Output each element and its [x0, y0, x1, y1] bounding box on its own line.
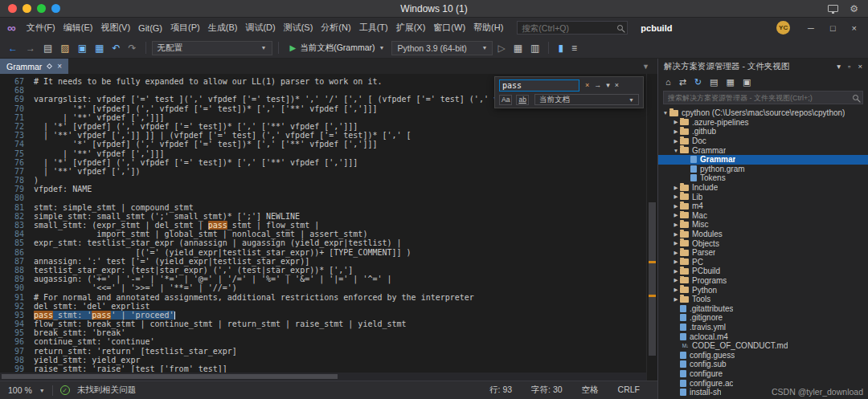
code-line[interactable]: 80	[0, 193, 646, 202]
code-line[interactable]: 88testlist_star_expr: (test|star_expr) (…	[0, 266, 646, 275]
horizontal-scrollbar[interactable]	[0, 373, 646, 381]
new-file-icon[interactable]: ▤	[40, 42, 55, 55]
close-button[interactable]: ×	[845, 22, 863, 34]
menu-item[interactable]: 分析(N)	[317, 19, 354, 36]
panel-search-input[interactable]	[668, 94, 850, 102]
cursor-line[interactable]: 行: 93	[489, 385, 512, 396]
code-line[interactable]: 72 | '*' [vfpdef] (',' vfpdef ['=' test]…	[0, 122, 646, 131]
cursor-column[interactable]: 字符: 30	[531, 385, 563, 396]
menu-item[interactable]: 工具(T)	[355, 19, 392, 36]
line-ending[interactable]: CRLF	[618, 385, 640, 396]
chevron-collapsed-icon[interactable]: ▶	[672, 277, 680, 283]
find-options-icon[interactable]: ▾	[604, 81, 612, 90]
chevron-collapsed-icon[interactable]: ▶	[672, 128, 680, 135]
tree-item[interactable]: ▼cpython (C:\Users\mac\source\repos\cpyt…	[658, 108, 868, 118]
undo-icon[interactable]: ↶	[108, 42, 123, 55]
menu-item[interactable]: 生成(B)	[204, 19, 242, 36]
find-input-box[interactable]	[499, 79, 579, 92]
tree-item[interactable]: config.sub	[658, 360, 868, 369]
pin-icon[interactable]	[47, 63, 52, 69]
run-icon[interactable]: ▷	[494, 42, 508, 55]
float-window-icon[interactable]: ▫	[848, 63, 850, 71]
tree-item[interactable]: ▶Misc	[658, 220, 868, 230]
chevron-collapsed-icon[interactable]: ▶	[672, 193, 680, 200]
restore-button[interactable]: □	[824, 22, 842, 34]
code-line[interactable]: 91# For normal and annotated assignments…	[0, 293, 646, 302]
tree-item[interactable]: config.guess	[658, 350, 868, 360]
vertical-scrollbar[interactable]	[646, 74, 657, 381]
menu-item[interactable]: 帮助(H)	[469, 19, 507, 36]
minimize-light[interactable]	[23, 4, 31, 13]
code-line[interactable]: 98yield_stmt: yield_expr	[0, 356, 646, 364]
switch-views-icon[interactable]: ⇄	[679, 78, 686, 87]
redo-icon[interactable]: ↷	[125, 42, 139, 55]
tree-item[interactable]: ▶Python	[658, 285, 868, 295]
code-line[interactable]: 73 | '**' vfpdef [',']] ]] | (vfpdef ['=…	[0, 131, 646, 140]
chevron-collapsed-icon[interactable]: ▶	[672, 222, 680, 228]
chevron-collapsed-icon[interactable]: ▶	[672, 287, 680, 293]
chevron-collapsed-icon[interactable]: ▶	[672, 240, 680, 246]
tree-item[interactable]: python.gram	[658, 165, 868, 174]
code-line[interactable]: 78)	[0, 176, 646, 185]
code-line[interactable]: 77 | '**' vfpdef [','])	[0, 167, 646, 176]
code-line[interactable]: 85expr_stmt: testlist_star_expr (annassi…	[0, 238, 646, 247]
open-file-icon[interactable]: ▨	[57, 42, 72, 55]
live-share-icon[interactable]: ▮	[555, 42, 567, 55]
forward-icon[interactable]: →	[23, 42, 39, 55]
avatar[interactable]: YC	[776, 21, 790, 35]
chevron-collapsed-icon[interactable]: ▶	[672, 296, 680, 303]
menu-item[interactable]: 测试(S)	[280, 19, 317, 36]
vertical-scrollbar-thumb[interactable]	[649, 202, 656, 356]
match-case-icon[interactable]: Aa	[499, 95, 512, 105]
menu-item[interactable]: 窗口(W)	[429, 19, 469, 36]
start-debug-button[interactable]: ▶ 当前文档(Grammar) ▼	[285, 43, 391, 54]
gear-icon[interactable]: ⚙	[850, 4, 858, 14]
find-input[interactable]	[502, 81, 576, 90]
back-icon[interactable]: ←	[5, 42, 21, 55]
code-editor[interactable]: 67# It needs to be fully expanded to all…	[0, 74, 657, 381]
tree-item[interactable]: Tokens	[658, 173, 868, 183]
indent-mode[interactable]: 空格	[582, 385, 599, 396]
refresh-icon[interactable]: ↻	[694, 78, 702, 87]
preview-icon[interactable]: ▥	[527, 42, 542, 55]
tree-item[interactable]: ▶.github	[658, 127, 868, 136]
tree-item[interactable]: ▶Parser	[658, 248, 868, 258]
save-all-icon[interactable]: ▦	[92, 42, 107, 55]
code-line[interactable]: 83small_stmt: (expr_stmt | del_stmt | pa…	[0, 221, 646, 230]
tree-item[interactable]: configure	[658, 369, 868, 379]
panel-header[interactable]: 解决方案资源管理器 - 文件夹视图 ▾▫×	[658, 59, 868, 75]
tree-item[interactable]: Grammar	[658, 155, 868, 165]
home-icon[interactable]: ⌂	[665, 78, 671, 87]
chevron-collapsed-icon[interactable]: ▶	[672, 119, 680, 125]
code-line[interactable]: 92del_stmt: 'del' exprlist	[0, 302, 646, 311]
chevron-collapsed-icon[interactable]: ▶	[672, 250, 680, 256]
code-line[interactable]: 81stmt: simple_stmt | compound_stmt	[0, 203, 646, 212]
quick-search-input[interactable]	[522, 23, 617, 33]
chevron-collapsed-icon[interactable]: ▶	[672, 185, 680, 191]
tree-item[interactable]: .gitattributes	[658, 303, 868, 313]
tree-item[interactable]: ▶PCbuild	[658, 267, 868, 276]
zoom-light[interactable]	[37, 4, 46, 13]
menu-item[interactable]: 调试(D)	[241, 19, 279, 36]
whole-word-icon[interactable]: ab	[516, 95, 528, 105]
close-find-icon[interactable]: ×	[613, 81, 620, 90]
menu-item[interactable]: 项目(P)	[166, 19, 204, 36]
menu-item[interactable]: 视图(V)	[96, 19, 134, 36]
code-line[interactable]: 71 | '**' vfpdef [',']]]	[0, 113, 646, 122]
code-line[interactable]: 93pass_stmt: 'pass' | 'proceed'	[0, 311, 646, 320]
tree-item[interactable]: ▶Programs	[658, 276, 868, 286]
horizontal-scrollbar-thumb[interactable]	[2, 374, 338, 379]
chevron-down-icon[interactable]: ▾	[837, 63, 841, 71]
quick-search-box[interactable]	[517, 21, 628, 35]
display-icon[interactable]	[828, 5, 838, 12]
code-line[interactable]: 96continue_stmt: 'continue'	[0, 337, 646, 346]
close-light[interactable]	[8, 4, 17, 13]
code-line[interactable]: 86 [('=' (yield_expr|testlist_star_expr)…	[0, 248, 646, 257]
tree-item[interactable]: ▶Objects	[658, 238, 868, 248]
code-line[interactable]: 87annassign: ':' test ['=' (yield_expr|t…	[0, 257, 646, 266]
code-line[interactable]: 79vfpdef: NAME	[0, 185, 646, 193]
code-line[interactable]: 74 '*' [vfpdef] (',' vfpdef ['=' test])*…	[0, 140, 646, 149]
find-scope-dropdown[interactable]: 当前文档 ▼	[534, 94, 639, 105]
code-line[interactable]: 94flow_stmt: break_stmt | continue_stmt …	[0, 320, 646, 328]
tree-item[interactable]: aclocal.m4	[658, 332, 868, 341]
